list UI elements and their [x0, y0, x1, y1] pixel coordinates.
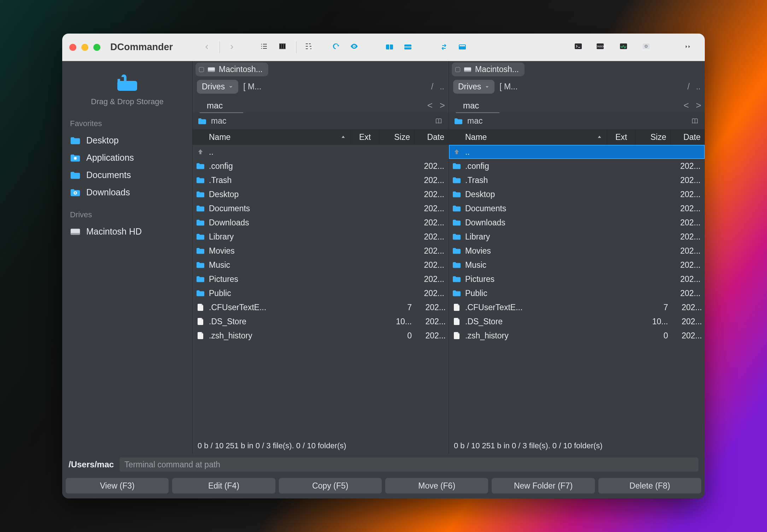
file-icon	[453, 317, 460, 326]
close-window-button[interactable]	[69, 44, 76, 51]
file-row[interactable]: Downloads 202...	[193, 215, 449, 230]
nav-back-button[interactable]	[199, 40, 215, 55]
bookmark-icon[interactable]	[434, 117, 444, 125]
file-row[interactable]: .CFUserTextE... 7 202...	[449, 300, 705, 314]
file-row[interactable]: .CFUserTextE... 7 202...	[193, 300, 449, 314]
file-row[interactable]: Desktop 202...	[449, 187, 705, 201]
dropzone[interactable]: Drag & Drop Storage	[62, 66, 192, 110]
view-button[interactable]: View (F3)	[66, 478, 169, 493]
right-file-list[interactable]: .. .config 202... .Trash 202... Desktop …	[449, 145, 705, 438]
col-date[interactable]: Date	[671, 129, 705, 145]
folder-icon	[452, 261, 461, 268]
close-tab-icon[interactable]	[199, 67, 204, 72]
breadcrumb-up[interactable]: ..	[696, 82, 701, 91]
left-path-label[interactable]: mac	[211, 116, 226, 126]
right-breadcrumb[interactable]: [ M...	[499, 82, 517, 91]
toolbar-overflow-button[interactable]	[681, 40, 696, 55]
nav-forward-button[interactable]	[225, 40, 240, 55]
minimize-window-button[interactable]	[81, 44, 88, 51]
col-size[interactable]: Size	[636, 129, 671, 145]
left-folder-tab[interactable]: mac	[196, 98, 240, 113]
file-row[interactable]: Music 202...	[449, 258, 705, 272]
left-history-forward[interactable]: >	[440, 100, 445, 111]
drives-button-label: Drives	[458, 82, 481, 91]
delete-button[interactable]: Delete (F8)	[598, 478, 701, 493]
split-horizontal-button[interactable]	[402, 40, 417, 55]
titlebar: DCommander	[62, 34, 705, 61]
file-row[interactable]: Library 202...	[193, 230, 449, 244]
file-row[interactable]: .config 202...	[193, 159, 449, 173]
move-button[interactable]: Move (F6)	[385, 478, 488, 493]
col-ext[interactable]: Ext	[351, 129, 379, 145]
file-row[interactable]: Library 202...	[449, 230, 705, 244]
edit-button[interactable]: Edit (F4)	[172, 478, 275, 493]
command-strip: /Users/mac Terminal command at path	[62, 454, 705, 475]
file-row[interactable]: ..	[449, 145, 705, 159]
view-tree-button[interactable]	[301, 40, 317, 55]
file-row[interactable]: Movies 202...	[449, 244, 705, 258]
sidebar-drive-item[interactable]: Macintosh HD	[62, 223, 192, 240]
left-history-back[interactable]: <	[427, 100, 433, 111]
bookmark-icon[interactable]	[690, 117, 700, 125]
right-path-label[interactable]: mac	[467, 116, 482, 126]
right-volume-tab[interactable]: Macintosh...	[452, 63, 525, 76]
terminal-input[interactable]: Terminal command at path	[119, 457, 698, 472]
left-file-list[interactable]: .. .config 202... .Trash 202... Desktop …	[193, 145, 449, 438]
file-row[interactable]: ..	[193, 145, 449, 159]
new-folder-button[interactable]: New Folder (F7)	[492, 478, 595, 493]
file-row[interactable]: Downloads 202...	[449, 215, 705, 230]
view-brief-button[interactable]	[257, 40, 273, 55]
left-volume-tab[interactable]: Macintosh...	[195, 63, 268, 76]
file-row[interactable]: Music 202...	[193, 258, 449, 272]
col-name[interactable]: Name	[193, 129, 351, 145]
swap-panels-button[interactable]	[438, 40, 453, 55]
terminal-launcher[interactable]	[573, 40, 589, 55]
col-size[interactable]: Size	[379, 129, 415, 145]
col-date[interactable]: Date	[415, 129, 449, 145]
folder-icon	[196, 290, 205, 297]
sidebar-item-documents[interactable]: Documents	[62, 166, 192, 184]
right-history-back[interactable]: <	[684, 100, 689, 111]
file-row[interactable]: Documents 202...	[193, 201, 449, 215]
file-row[interactable]: Pictures 202...	[193, 272, 449, 286]
sidebar-item-downloads[interactable]: Downloads	[62, 184, 192, 201]
file-row[interactable]: Pictures 202...	[449, 272, 705, 286]
file-row[interactable]: .Trash 202...	[449, 173, 705, 187]
file-row[interactable]: .Trash 202...	[193, 173, 449, 187]
file-size: 202...	[410, 232, 446, 242]
left-drives-button[interactable]: Drives	[197, 80, 238, 94]
view-full-button[interactable]	[276, 40, 291, 55]
preview-button[interactable]	[347, 40, 363, 55]
file-row[interactable]: Desktop 202...	[193, 187, 449, 201]
right-folder-tab[interactable]: mac	[452, 98, 496, 113]
disk-launcher[interactable]	[641, 40, 657, 55]
sidebar-item-label: Documents	[86, 170, 131, 180]
equal-panels-button[interactable]	[456, 40, 472, 55]
file-row[interactable]: Documents 202...	[449, 201, 705, 215]
split-vertical-button[interactable]	[384, 40, 399, 55]
file-row[interactable]: .DS_Store 10... 202...	[193, 314, 449, 329]
file-row[interactable]: Public 202...	[193, 286, 449, 300]
console-launcher[interactable]	[596, 40, 611, 55]
file-row[interactable]: Public 202...	[449, 286, 705, 300]
right-history-forward[interactable]: >	[696, 100, 701, 111]
col-ext[interactable]: Ext	[607, 129, 636, 145]
sidebar-item-applications[interactable]: Applications	[62, 149, 192, 166]
file-row[interactable]: .zsh_history 0 202...	[193, 329, 449, 343]
activity-launcher[interactable]	[619, 40, 634, 55]
file-row[interactable]: .config 202...	[449, 159, 705, 173]
file-row[interactable]: Movies 202...	[193, 244, 449, 258]
file-name: Documents	[208, 204, 382, 213]
col-name[interactable]: Name	[449, 129, 607, 145]
right-drives-button[interactable]: Drives	[453, 80, 494, 94]
fullscreen-window-button[interactable]	[93, 44, 100, 51]
tool-launchers	[572, 40, 698, 55]
sidebar-item-desktop[interactable]: Desktop	[62, 132, 192, 149]
sync-button[interactable]	[329, 40, 345, 55]
close-tab-icon[interactable]	[455, 67, 460, 72]
file-row[interactable]: .zsh_history 0 202...	[449, 329, 705, 343]
left-breadcrumb[interactable]: [ M...	[243, 82, 261, 91]
copy-button[interactable]: Copy (F5)	[279, 478, 382, 493]
breadcrumb-up[interactable]: ..	[440, 82, 444, 91]
file-row[interactable]: .DS_Store 10... 202...	[449, 314, 705, 329]
